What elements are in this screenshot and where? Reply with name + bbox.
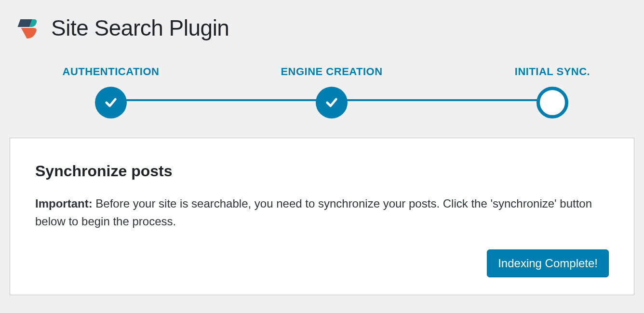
check-icon bbox=[325, 96, 338, 109]
card-title: Synchronize posts bbox=[35, 162, 609, 180]
button-row: Indexing Complete! bbox=[35, 249, 609, 277]
important-label: Important: bbox=[35, 197, 93, 210]
card-body-text: Before your site is searchable, you need… bbox=[35, 197, 592, 228]
step-engine-creation: ENGINE CREATION bbox=[279, 65, 385, 118]
step-label: INITIAL SYNC. bbox=[515, 65, 590, 78]
step-circle-done bbox=[316, 87, 348, 118]
check-icon bbox=[104, 96, 118, 109]
step-initial-sync: INITIAL SYNC. bbox=[499, 65, 605, 118]
step-circle-current bbox=[537, 87, 568, 118]
indexing-complete-button[interactable]: Indexing Complete! bbox=[487, 249, 609, 277]
page-title: Site Search Plugin bbox=[51, 15, 229, 41]
plugin-logo-icon bbox=[14, 14, 41, 41]
step-authentication: AUTHENTICATION bbox=[58, 65, 164, 118]
progress-stepper: AUTHENTICATION ENGINE CREATION INITIAL S… bbox=[58, 65, 605, 118]
step-label: ENGINE CREATION bbox=[281, 65, 382, 78]
step-circle-done bbox=[95, 87, 127, 118]
card-description: Important: Before your site is searchabl… bbox=[35, 195, 609, 230]
sync-card: Synchronize posts Important: Before your… bbox=[10, 138, 634, 295]
page-header: Site Search Plugin bbox=[0, 0, 644, 46]
step-label: AUTHENTICATION bbox=[63, 65, 160, 78]
